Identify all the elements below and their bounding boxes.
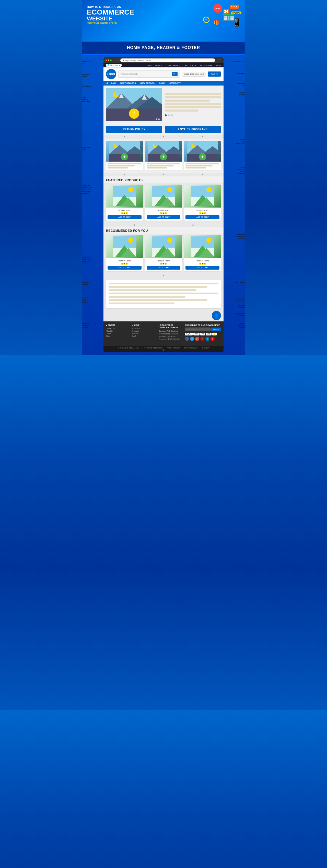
footer-terms-link[interactable]: TERMS AND CONDITIONS bbox=[144, 347, 162, 349]
email-input[interactable] bbox=[185, 328, 210, 331]
dot-1 bbox=[168, 114, 170, 116]
email-input-row: Submit bbox=[185, 328, 221, 331]
text-line-4 bbox=[165, 103, 221, 105]
util-store-locator[interactable]: STORE LOCATOR bbox=[181, 65, 197, 66]
loyalty-programs-btn[interactable]: LOYALTY PROGRAMS bbox=[165, 126, 221, 133]
text-content-box bbox=[106, 280, 221, 308]
star-8: ● bbox=[202, 212, 204, 214]
util-login[interactable]: LOGIN bbox=[146, 65, 151, 66]
category-card-3: + bbox=[184, 141, 221, 170]
footer-help-title: HELP bbox=[132, 324, 155, 326]
star-4: ● bbox=[160, 212, 162, 214]
recommended-product-2: Product Name ● ● ● ADD TO CART bbox=[145, 235, 182, 271]
ann-useful-features: Useful Features bbox=[233, 61, 245, 63]
add-to-cart-rec-2[interactable]: ADD TO CART bbox=[147, 266, 181, 270]
content-line-7 bbox=[109, 303, 175, 304]
rec-product-image-3 bbox=[184, 235, 221, 258]
add-to-cart-rec-1[interactable]: ADD TO CART bbox=[108, 266, 142, 270]
dot-2 bbox=[171, 114, 173, 116]
rec-star-8: ● bbox=[202, 263, 204, 265]
phone-icon: 📱 bbox=[232, 18, 241, 27]
ann-language: LanguageOption bbox=[82, 74, 89, 78]
facebook-icon[interactable]: f bbox=[185, 337, 189, 341]
twitter-icon[interactable]: t bbox=[190, 337, 194, 341]
divider-dot-3 bbox=[202, 136, 203, 137]
svg-point-14 bbox=[115, 143, 118, 146]
util-blog[interactable]: BLOG bbox=[216, 65, 221, 66]
youtube-icon[interactable]: ▶ bbox=[210, 337, 215, 341]
util-giftcards[interactable]: GIFT CARDS bbox=[167, 65, 178, 66]
carousel-dot-1 bbox=[156, 119, 157, 120]
footer-address-text: Suncoast Web Solutions 44 Palmerston Cre… bbox=[159, 330, 181, 341]
ann-customer-support: CustomerSupportSection bbox=[82, 297, 89, 303]
footer: ABOUT Contact Us About Us Careers Blog H… bbox=[103, 321, 224, 346]
cat-line-3 bbox=[108, 167, 128, 168]
return-policy-btn[interactable]: RETURN POLICY bbox=[106, 126, 162, 133]
product-svg-1 bbox=[113, 186, 136, 206]
text-line-5 bbox=[165, 106, 221, 108]
cat-line-8 bbox=[185, 165, 212, 166]
product-info-3: Product Name ● ● ● ADD TO CART bbox=[184, 208, 221, 221]
divider-dot-5 bbox=[163, 174, 164, 175]
divider-dot-6 bbox=[202, 174, 203, 175]
nav-sale[interactable]: SALE bbox=[159, 82, 165, 84]
product-stars-2: ● ● ● bbox=[160, 212, 167, 214]
add-to-cart-rec-3[interactable]: ADD TO CART bbox=[185, 266, 219, 270]
footer-faq[interactable]: FAQ bbox=[132, 335, 155, 337]
cart-button[interactable]: Cart 🛒 bbox=[208, 71, 221, 76]
svg-point-44 bbox=[128, 238, 133, 243]
nav-bar: ◀ HOME | BEST SELLERS | NEW ARRIVAL | SA… bbox=[103, 81, 224, 86]
content-line-3 bbox=[109, 289, 197, 291]
rec-product-image-1 bbox=[106, 235, 143, 258]
pinterest-icon[interactable]: P bbox=[200, 337, 204, 341]
add-to-cart-featured-3[interactable]: ADD TO CART bbox=[185, 215, 219, 219]
star-1: ● bbox=[121, 212, 123, 214]
address-bar[interactable]: 🔒 https://www.yourdomain.com.au bbox=[120, 59, 215, 62]
add-to-cart-featured-1[interactable]: ADD TO CART bbox=[108, 215, 142, 219]
svg-point-20 bbox=[154, 143, 157, 146]
search-button[interactable]: 🔍 bbox=[172, 72, 178, 76]
add-to-cart-featured-2[interactable]: ADD TO CART bbox=[147, 215, 181, 219]
product-svg-2 bbox=[152, 186, 175, 206]
footer-payments[interactable]: Payments bbox=[132, 328, 155, 329]
footer-sitemap-link[interactable]: SITEMAP bbox=[202, 347, 209, 349]
rec-star-5: ● bbox=[162, 263, 165, 265]
category-image-2: + bbox=[145, 141, 182, 162]
util-wishlist[interactable]: WISHLIST bbox=[155, 65, 164, 66]
banner-carousel-dots bbox=[165, 114, 221, 116]
product-image-2 bbox=[145, 185, 182, 208]
footer-privacy-link[interactable]: PRIVACY POLICY bbox=[167, 347, 180, 349]
footer-address-col: REGISTERED OFFICE ADDRESS Suncoast Web S… bbox=[159, 324, 181, 341]
rec-product-name-2: Product Name bbox=[157, 260, 170, 262]
googleplus-icon[interactable]: g+ bbox=[195, 337, 199, 341]
ann-call-to-action: Call ToAction ToAttractCustomers bbox=[237, 167, 245, 175]
submit-button[interactable]: Submit bbox=[211, 328, 221, 331]
live-chatbot-icon[interactable]: 👤 bbox=[212, 311, 221, 320]
category-section: + + bbox=[103, 138, 224, 173]
product-name-3: Product Name bbox=[196, 209, 209, 211]
footer-contact-us[interactable]: Contact Us bbox=[106, 328, 128, 329]
nav-new-arrival[interactable]: NEW ARRIVAL bbox=[141, 82, 155, 84]
nav-best-sellers[interactable]: BEST SELLERS bbox=[120, 82, 136, 84]
language-selector[interactable]: 🌐 ENGLISH ▼ bbox=[106, 64, 122, 67]
footer-blog[interactable]: Blog bbox=[106, 335, 128, 337]
text-line-2 bbox=[165, 96, 221, 98]
help-title-text: HELP bbox=[134, 324, 140, 326]
help-dot bbox=[132, 325, 133, 326]
text-line-1 bbox=[165, 93, 221, 95]
star-badge: ⭐ bbox=[129, 108, 139, 119]
rec-product-stars-1: ● ● ● bbox=[121, 263, 128, 265]
browser-bar: ← → ⟳ 🔒 https://www.yourdomain.com.au ☆ … bbox=[103, 57, 224, 63]
footer-careers[interactable]: Careers bbox=[106, 333, 128, 335]
nav-category[interactable]: CATEGORY bbox=[169, 82, 181, 84]
footer-customer-care-link[interactable]: CUSTOMER CARE bbox=[184, 347, 198, 349]
category-image-1: + bbox=[106, 141, 143, 162]
footer-returns[interactable]: Returns bbox=[132, 333, 155, 335]
linkedin-icon[interactable]: in bbox=[205, 337, 209, 341]
ann-terms: Tram &ConditionsSection bbox=[237, 323, 245, 329]
util-help[interactable]: HELP CENTER bbox=[200, 65, 212, 66]
footer-shipping[interactable]: Shipping bbox=[132, 330, 155, 332]
nav-home[interactable]: HOME bbox=[110, 82, 116, 84]
section-banner-title: HOME PAGE, HEADER & FOOTER bbox=[127, 45, 200, 50]
footer-about-us[interactable]: About Us bbox=[106, 330, 128, 332]
